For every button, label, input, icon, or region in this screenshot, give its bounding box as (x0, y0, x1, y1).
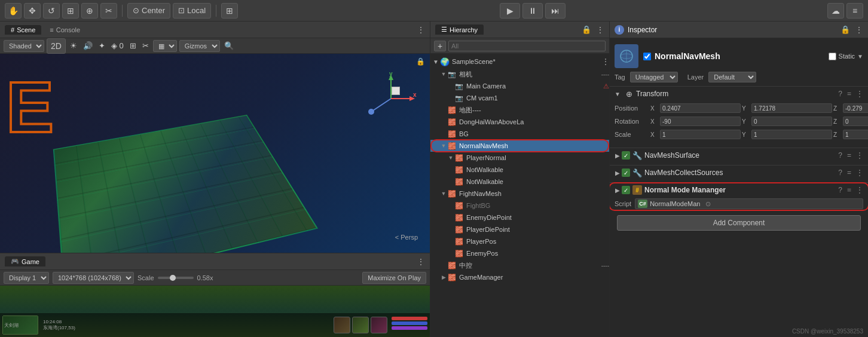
pos-x-input[interactable] (660, 103, 741, 113)
inspector-lock-btn[interactable]: 🔒 (841, 25, 850, 34)
inspector-menu-btn[interactable]: ⋮ (855, 25, 863, 35)
static-checkbox[interactable] (829, 53, 836, 60)
scene-root-item[interactable]: ▼ 🌍 SampleScene* ⋮ (430, 55, 609, 68)
snap-btn[interactable]: ✂ (140, 40, 151, 52)
scene-lock-icon[interactable]: 🔒 (416, 57, 425, 66)
layers-btn[interactable]: ◈ 0 (109, 40, 126, 52)
tab-console[interactable]: ≡ Console (44, 25, 86, 35)
hier-item-zhonghong[interactable]: 🧱 中控 ---- (430, 259, 609, 271)
hier-item-main-camera[interactable]: 📷 Main Camera ⚠ (430, 80, 609, 92)
maximize-on-play-btn[interactable]: Maximize On Play (362, 272, 426, 284)
object-enabled-checkbox[interactable] (643, 53, 651, 60)
transform-menu-btn[interactable]: ⋮ (855, 90, 864, 98)
collab-btn[interactable]: ☁ (827, 3, 844, 19)
nav-mesh-collect-sources-settings-btn[interactable]: = (846, 168, 852, 177)
scale-z-input[interactable] (843, 130, 868, 139)
hier-item-normal-nav-mesh[interactable]: ▼ 🧱 NormalNavMesh (430, 140, 609, 152)
settings-btn[interactable]: ≡ (846, 3, 863, 19)
nav-mesh-surface-settings-btn[interactable]: = (846, 151, 852, 160)
scene-search-btn[interactable]: 🔍 (222, 40, 236, 52)
scene-tab-label: Scene (17, 26, 35, 33)
rotate-tool-btn[interactable]: ↺ (43, 3, 60, 19)
pause-btn[interactable]: ⏸ (522, 3, 543, 19)
center-btn[interactable]: ⊙ Center (127, 3, 170, 19)
hier-item-player-pos[interactable]: 🧱 PlayerPos (430, 235, 609, 247)
hier-item-enemy-die-point[interactable]: 🧱 EnemyDiePoint (430, 212, 609, 223)
scale-y-input[interactable] (751, 130, 832, 139)
scene-panel-menu[interactable]: ⋮ (417, 25, 425, 35)
local-btn[interactable]: ⊡ Local (173, 3, 211, 19)
hier-item-map[interactable]: 🧱 地图---- (430, 104, 609, 116)
normal-mode-manager-help-btn[interactable]: ? (837, 186, 843, 194)
nav-mesh-collect-sources-header[interactable]: ▶ ✓ 🔧 NavMeshCollectSources ? = ⋮ (610, 166, 868, 180)
game-panel-menu[interactable]: ⋮ (417, 257, 425, 266)
component-transform-header[interactable]: ▼ ⊕ Transform ? = ⋮ (610, 87, 868, 101)
hier-item-game-manager[interactable]: ▶ 🧱 GameManager (430, 271, 609, 283)
pos-y-input[interactable] (751, 103, 832, 113)
tab-scene[interactable]: # Scene (5, 25, 41, 35)
nav-mesh-collect-sources-help-btn[interactable]: ? (837, 168, 843, 177)
nav-mesh-collect-sources-menu-btn[interactable]: ⋮ (855, 168, 864, 177)
hierarchy-panel-menu[interactable]: ⋮ (596, 25, 604, 35)
hier-item-player-die-point[interactable]: 🧱 PlayerDiePoint (430, 223, 609, 235)
move-tool-btn[interactable]: ✥ (24, 3, 41, 19)
hier-item-bg[interactable]: 🧱 BG (430, 128, 609, 140)
2d-toggle-btn[interactable]: 2D (47, 38, 66, 54)
gizmos-dropdown[interactable]: Gizmos (179, 40, 220, 52)
camera-dropdown[interactable]: ▦ (153, 40, 177, 52)
fx-btn[interactable]: ✦ (97, 40, 107, 52)
rot-y-input[interactable] (751, 117, 832, 126)
lighting-btn[interactable]: ☀ (68, 40, 79, 52)
add-component-btn[interactable]: Add Component (617, 215, 861, 231)
rect-tool-btn[interactable]: ⊕ (81, 3, 98, 19)
script-select-icon[interactable]: ⊙ (705, 200, 711, 208)
scale-tool-btn[interactable]: ⊞ (62, 3, 79, 19)
hier-item-fight-bg[interactable]: 🧱 FightBG (430, 200, 609, 212)
play-btn[interactable]: ▶ (500, 3, 520, 19)
pos-z-input[interactable] (843, 103, 868, 113)
nav-mesh-surface-help-btn[interactable]: ? (837, 151, 843, 160)
display-select[interactable]: Display 1 (4, 272, 49, 284)
hierarchy-search-input[interactable] (448, 41, 606, 51)
hier-item-cm-vcam1[interactable]: 📷 CM vcam1 (430, 92, 609, 104)
transform-help-btn[interactable]: ? (837, 90, 843, 98)
nav-mesh-surface-menu-btn[interactable]: ⋮ (855, 151, 864, 160)
hierarchy-add-btn[interactable]: + (434, 41, 446, 51)
normal-mode-manager-header[interactable]: ▶ ✓ # Normal Mode Mananger ? = ⋮ (610, 183, 868, 197)
audio-btn[interactable]: 🔊 (81, 40, 94, 52)
hier-item-donghaiwan[interactable]: 🧱 DongHaiWanAboveLa (430, 116, 609, 128)
multi-tool-btn[interactable]: ✂ (100, 3, 117, 19)
hier-item-fight-nav-mesh[interactable]: ▼ 🧱 FightNavMesh (430, 188, 609, 200)
normal-mode-manager-settings-btn[interactable]: = (846, 186, 852, 194)
tab-game[interactable]: 🎮 Game (5, 256, 45, 266)
step-btn[interactable]: ⏭ (545, 3, 566, 19)
nav-mesh-surface-enable-checkbox[interactable]: ✓ (622, 151, 630, 160)
transform-settings-btn[interactable]: = (846, 90, 852, 98)
scale-x-input[interactable] (660, 130, 741, 139)
normal-mode-manager-enable-checkbox[interactable]: ✓ (622, 186, 630, 194)
tag-dropdown[interactable]: Untagged (630, 72, 678, 82)
hier-item-enemy-pos[interactable]: 🧱 EnemyPos (430, 247, 609, 259)
game-tab-label: Game (22, 258, 39, 265)
hier-item-player-normal[interactable]: ▼ 🧱 PlayerNormal (430, 152, 609, 164)
rot-x-input[interactable] (660, 117, 741, 126)
hand-tool-btn[interactable]: ✋ (5, 3, 22, 19)
hier-item-not-walkable-1[interactable]: 🧱 NotWalkable (430, 164, 609, 176)
layer-dropdown[interactable]: Default (708, 72, 756, 82)
hier-item-not-walkable-2[interactable]: 🧱 NotWalkable (430, 176, 609, 188)
grid-btn[interactable]: ⊞ (221, 3, 238, 19)
nav-mesh-surface-header[interactable]: ▶ ✓ 🔧 NavMeshSurface ? = ⋮ (610, 148, 868, 163)
grid-scene-btn[interactable]: ⊞ (128, 40, 138, 52)
hierarchy-lock-icon[interactable]: 🔒 (579, 25, 594, 34)
normal-mode-manager-menu-btn[interactable]: ⋮ (855, 186, 864, 194)
resolution-select[interactable]: 1024*768 (1024x768) (53, 272, 134, 284)
rot-z-input[interactable] (843, 117, 868, 126)
scene-options-btn[interactable]: ⋮ (602, 57, 609, 66)
tab-hierarchy[interactable]: ☰ Hierarchy (435, 24, 484, 35)
game-ui-icon-3 (371, 317, 387, 333)
nav-mesh-collect-sources-enable-checkbox[interactable]: ✓ (622, 168, 630, 177)
scale-slider[interactable] (158, 277, 194, 279)
static-dropdown-arrow[interactable]: ▼ (857, 53, 863, 60)
shading-dropdown[interactable]: Shaded (4, 40, 44, 52)
hier-item-camera-cn[interactable]: ▼ 📷 相机 ---- (430, 68, 609, 80)
